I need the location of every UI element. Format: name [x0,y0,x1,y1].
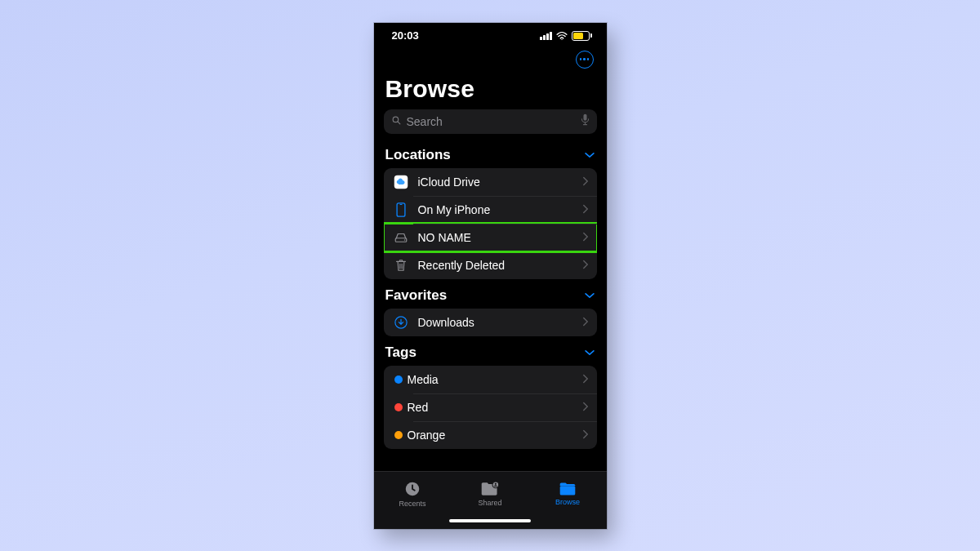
location-item-external-drive[interactable]: NO NAME [384,224,597,251]
tag-item[interactable]: Red [384,393,597,421]
section-header-locations[interactable]: Locations [384,139,597,168]
section-header-favorites[interactable]: Favorites [384,279,597,309]
section-title: Favorites [385,287,448,304]
tab-label: Browse [555,498,580,506]
icloud-drive-icon [392,175,410,189]
tab-recents[interactable]: Recents [374,472,452,516]
tag-color-dot [394,403,403,411]
list-item-label: Orange [408,429,582,442]
search-input[interactable]: Search [384,109,597,134]
search-icon [391,114,402,129]
svg-rect-4 [399,203,402,204]
list-item-label: iCloud Drive [418,176,582,189]
chevron-down-icon [584,291,595,300]
chevron-right-icon [582,202,589,217]
wifi-icon [556,32,568,40]
shared-folder-icon [480,481,500,497]
search-placeholder: Search [407,115,581,128]
iphone-icon [392,202,410,217]
favorite-item-downloads[interactable]: Downloads [384,309,597,336]
section-title: Tags [385,344,416,361]
favorites-list: Downloads [384,309,597,336]
svg-point-10 [495,482,497,484]
section-title: Locations [385,147,451,163]
tag-color-dot [394,375,403,384]
list-item-label: NO NAME [418,231,582,244]
status-time: 20:03 [392,29,419,42]
section-header-tags[interactable]: Tags [384,336,597,366]
status-bar: 20:03 64 [374,23,607,47]
battery-icon: 64 [572,31,592,41]
list-item-label: Downloads [418,316,582,329]
svg-rect-11 [560,486,576,495]
svg-point-0 [393,117,399,122]
chevron-right-icon [582,175,589,189]
tab-label: Shared [478,499,501,507]
chevron-right-icon [582,258,589,273]
chevron-right-icon [582,428,589,442]
folder-icon [559,482,577,496]
tab-shared[interactable]: Shared [452,472,529,516]
list-item-label: Recently Deleted [418,259,582,272]
chevron-down-icon [584,151,595,159]
tab-bar: Recents Shared Browse [374,471,607,516]
svg-rect-3 [397,202,405,216]
svg-point-6 [403,239,405,241]
trash-icon [392,259,410,272]
chevron-right-icon [582,400,589,415]
list-item-label: Media [408,373,582,386]
tag-item[interactable]: Media [384,366,597,393]
tag-item[interactable]: Orange [384,421,597,449]
microphone-icon[interactable] [581,113,590,129]
location-item-icloud[interactable]: iCloud Drive [384,168,597,196]
clock-icon [403,480,421,498]
external-drive-icon [392,232,410,243]
list-item-label: On My iPhone [418,203,582,216]
chevron-right-icon [582,372,589,387]
location-item-iphone[interactable]: On My iPhone [384,196,597,224]
svg-rect-1 [583,114,586,121]
more-options-button[interactable] [576,51,594,69]
tab-browse[interactable]: Browse [529,472,607,516]
tags-list: Media Red Orange [384,366,597,449]
list-item-label: Red [408,401,582,414]
home-indicator [374,516,607,529]
chevron-right-icon [582,230,589,245]
page-title: Browse [374,69,607,109]
chevron-right-icon [582,315,589,330]
tab-label: Recents [399,500,425,508]
tag-color-dot [394,431,403,439]
location-item-recently-deleted[interactable]: Recently Deleted [384,251,597,279]
cellular-signal-icon [540,32,552,40]
locations-list: iCloud Drive On My iPhone NO NAME [384,168,597,279]
chevron-down-icon [584,349,595,357]
phone-frame: 20:03 64 Browse Search Loc [374,23,607,529]
download-icon [392,315,410,330]
